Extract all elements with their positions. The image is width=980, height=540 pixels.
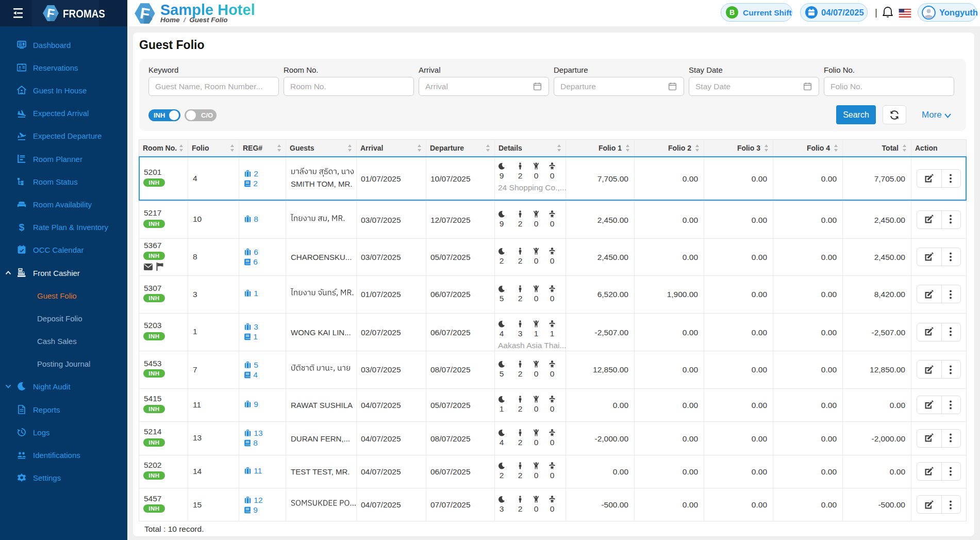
svg-text:$: $ bbox=[19, 222, 25, 232]
